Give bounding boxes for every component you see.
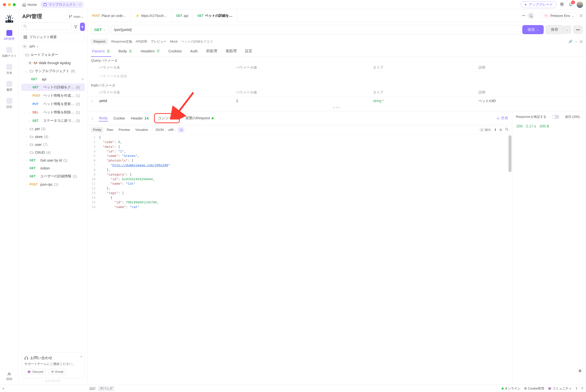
online-status[interactable]: オンライン bbox=[502, 386, 520, 391]
help-icon[interactable]: ? bbox=[581, 386, 583, 390]
fmt-visualize[interactable]: Visualize bbox=[133, 127, 150, 132]
path-param-name[interactable]: petId bbox=[99, 99, 235, 103]
validate-toggle[interactable] bbox=[552, 115, 559, 119]
layout-icon[interactable]: ▥ bbox=[579, 40, 582, 43]
tab-overflow-icon[interactable]: ••• bbox=[522, 14, 525, 18]
settings-gear-icon[interactable] bbox=[558, 1, 565, 8]
fmt-preview[interactable]: Preview bbox=[117, 127, 132, 132]
copy-icon[interactable]: ⧉ bbox=[500, 128, 502, 132]
user-avatar[interactable] bbox=[577, 2, 583, 8]
meta-preview[interactable]: プレビュー bbox=[151, 39, 167, 44]
close-project-tab[interactable]: × bbox=[79, 3, 81, 6]
tab-auth[interactable]: Auth bbox=[189, 46, 199, 57]
close-contact-card[interactable]: × bbox=[80, 354, 82, 358]
home-tab[interactable]: Home bbox=[20, 2, 39, 8]
branch-selector[interactable]: main bbox=[69, 14, 84, 18]
footer-design[interactable]: 設計 bbox=[88, 386, 98, 391]
request-tab[interactable]: ⚡https://r275xc9… bbox=[131, 9, 172, 22]
tab-body[interactable]: Body1 bbox=[118, 46, 133, 57]
walkthrough-item[interactable]: M 🐶 Walk through Apidog bbox=[21, 60, 85, 66]
api-item[interactable]: GETnotion bbox=[21, 165, 85, 172]
api-item[interactable]: GET api bbox=[21, 76, 85, 83]
meta-mock[interactable]: Mock bbox=[170, 40, 178, 43]
api-item-selected[interactable]: › GET ペットの詳細をク… (6) bbox=[21, 84, 85, 91]
wrap-toggle[interactable] bbox=[178, 127, 184, 132]
add-button[interactable]: + bbox=[80, 22, 85, 31]
window-max-dot[interactable] bbox=[13, 3, 16, 6]
rail-autotest[interactable]: 自動テスト bbox=[2, 46, 17, 59]
rail-history[interactable]: 履歴 bbox=[7, 80, 12, 93]
folder-item[interactable]: ›user (7) bbox=[21, 141, 85, 148]
response-tab-body[interactable]: Body bbox=[99, 115, 108, 122]
meta-request[interactable]: Request bbox=[91, 38, 108, 44]
filter-button[interactable] bbox=[73, 22, 79, 31]
api-item[interactable]: ›POSTjson-rpc (1) bbox=[21, 181, 85, 188]
root-folder[interactable]: ルートフォルダー bbox=[21, 51, 85, 58]
request-tab[interactable]: GETapi bbox=[172, 9, 193, 22]
response-tab-cookie[interactable]: Cookie bbox=[113, 115, 126, 121]
api-item[interactable]: ›GETGet user by id (1) bbox=[21, 157, 85, 164]
api-item[interactable]: › POST ペット情報を作成… (1) bbox=[21, 92, 85, 99]
rail-settings[interactable]: 設定 bbox=[7, 97, 12, 110]
path-param-desc[interactable]: ペットのID bbox=[478, 99, 582, 103]
code-icon[interactable]: ‹› bbox=[575, 40, 577, 43]
upgrade-button[interactable]: ✦ アップグレード bbox=[520, 1, 556, 8]
window-close-dot[interactable] bbox=[3, 3, 6, 6]
cookie-mgmt[interactable]: ⚙ Cookie管理 bbox=[524, 386, 544, 391]
api-item[interactable]: › GET ステータスに基づ… (3) bbox=[21, 117, 85, 124]
response-tab-header[interactable]: Header 14 bbox=[130, 115, 149, 121]
path-param-row[interactable]: ✓ petId 1 string* ペットのID bbox=[88, 97, 586, 105]
community-link[interactable]: 👾 コミュニティ bbox=[548, 386, 572, 391]
link-icon[interactable]: 🔗 bbox=[568, 40, 572, 43]
save-dropdown[interactable]: ⌄ bbox=[563, 26, 571, 34]
send-button[interactable]: 送信 ⌄ bbox=[522, 25, 544, 34]
refresh-button[interactable] bbox=[527, 12, 534, 20]
layout-toggle-icon[interactable]: ▦ bbox=[577, 368, 582, 373]
folder-item[interactable]: ›CRUD (4) bbox=[21, 149, 85, 156]
more-button[interactable]: ••• bbox=[573, 25, 582, 34]
tab-post[interactable]: 後処理 bbox=[225, 46, 238, 57]
resize-handle-icon[interactable]: ••• bbox=[88, 105, 586, 110]
request-tab-active[interactable]: GETペットの詳細を… bbox=[193, 9, 237, 22]
api-item[interactable]: › PUT ペット情報を更新… (2) bbox=[21, 100, 85, 108]
tab-params[interactable]: Params1 bbox=[91, 46, 111, 57]
meta-api-doc[interactable]: API説明 bbox=[136, 39, 147, 44]
status-selector[interactable]: 成功 (200)⌄ bbox=[565, 114, 582, 119]
meta-response-def[interactable]: Response定義 bbox=[111, 39, 132, 44]
scrollbar-thumb[interactable] bbox=[508, 135, 511, 172]
rail-share[interactable]: 共有 bbox=[7, 63, 12, 76]
folder-item[interactable]: ›store (4) bbox=[21, 133, 85, 140]
notifications-bell-icon[interactable]: 2 bbox=[567, 1, 574, 8]
menu-icon[interactable]: ☰ bbox=[578, 14, 583, 18]
fmt-raw[interactable]: Raw bbox=[105, 127, 115, 132]
discord-button[interactable]: 👾Discord bbox=[24, 369, 46, 375]
rail-invite[interactable]: 招待 bbox=[7, 371, 12, 382]
shortcut-icon[interactable]: ⇧ bbox=[575, 386, 578, 390]
window-min-dot[interactable] bbox=[8, 3, 11, 6]
add-param-placeholder[interactable]: パラメータを追加 bbox=[99, 74, 235, 78]
footer-debug[interactable]: デバッグ bbox=[98, 386, 115, 391]
encoding-selector[interactable]: utf8⌄ bbox=[168, 128, 177, 132]
folder-item[interactable]: ›pet (3) bbox=[21, 126, 85, 132]
api-item[interactable]: ›GETユーザーの詳細情報 (1) bbox=[21, 173, 85, 180]
response-tab-console-highlighted[interactable]: コンソール bbox=[154, 113, 180, 123]
save-button[interactable]: 保存 bbox=[546, 25, 563, 34]
project-overview[interactable]: プロジェクト概要 bbox=[21, 33, 85, 41]
method-selector[interactable]: GET⌄ bbox=[91, 25, 109, 34]
email-button[interactable]: ✉Email bbox=[49, 369, 66, 375]
share-response[interactable]: ∞ 共有 bbox=[496, 115, 509, 122]
path-param-value[interactable]: 1 bbox=[236, 99, 371, 103]
tab-settings[interactable]: 設定 bbox=[244, 46, 253, 57]
query-param-row[interactable]: パラメータを追加 bbox=[88, 72, 586, 80]
project-tab[interactable]: マイプロジェクト × bbox=[41, 2, 83, 8]
fmt-pretty[interactable]: Pretty bbox=[91, 127, 103, 132]
api-section-header[interactable]: 96 API ▾ bbox=[21, 43, 85, 50]
collapse-sidebar-icon[interactable]: « bbox=[3, 386, 4, 390]
sample-project-folder[interactable]: ⌄ サンプルプロジェクト (6) bbox=[21, 68, 85, 75]
tab-cookies[interactable]: Cookies bbox=[168, 46, 183, 57]
lang-selector[interactable]: JSON⌄ bbox=[155, 128, 167, 132]
url-input[interactable] bbox=[111, 25, 520, 34]
tab-pre[interactable]: 前処理 bbox=[205, 46, 218, 57]
request-tab[interactable]: POSTPlace an orde… bbox=[88, 9, 131, 22]
response-tab-actual[interactable]: 実際のRequest bbox=[185, 115, 214, 122]
